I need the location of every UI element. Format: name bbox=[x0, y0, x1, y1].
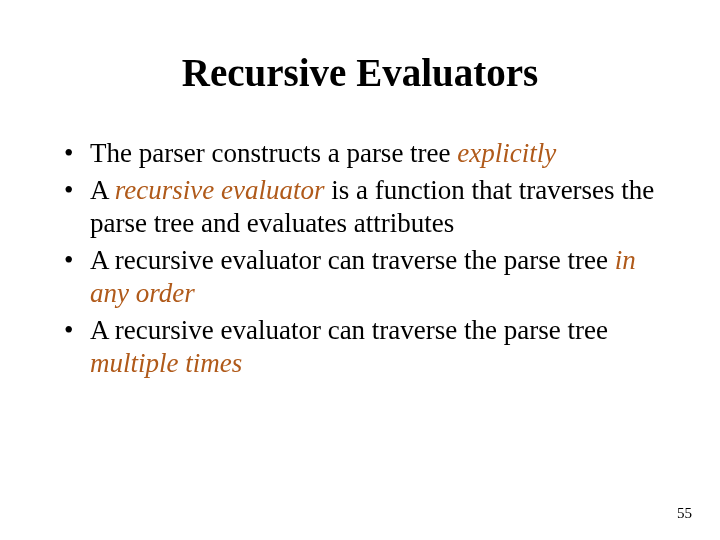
slide: Recursive Evaluators The parser construc… bbox=[0, 0, 720, 540]
bullet-text-pre: A recursive evaluator can traverse the p… bbox=[90, 245, 615, 275]
bullet-text-accent: recursive evaluator bbox=[115, 175, 325, 205]
list-item: The parser constructs a parse tree expli… bbox=[60, 137, 660, 170]
bullet-list: The parser constructs a parse tree expli… bbox=[60, 137, 660, 380]
bullet-text-pre: The parser constructs a parse tree bbox=[90, 138, 457, 168]
bullet-text-accent: explicitly bbox=[457, 138, 556, 168]
page-number: 55 bbox=[677, 505, 692, 522]
bullet-text-pre: A bbox=[90, 175, 115, 205]
slide-title: Recursive Evaluators bbox=[60, 50, 660, 95]
bullet-text-accent: multiple times bbox=[90, 348, 242, 378]
list-item: A recursive evaluator is a function that… bbox=[60, 174, 660, 240]
list-item: A recursive evaluator can traverse the p… bbox=[60, 314, 660, 380]
list-item: A recursive evaluator can traverse the p… bbox=[60, 244, 660, 310]
bullet-text-pre: A recursive evaluator can traverse the p… bbox=[90, 315, 608, 345]
